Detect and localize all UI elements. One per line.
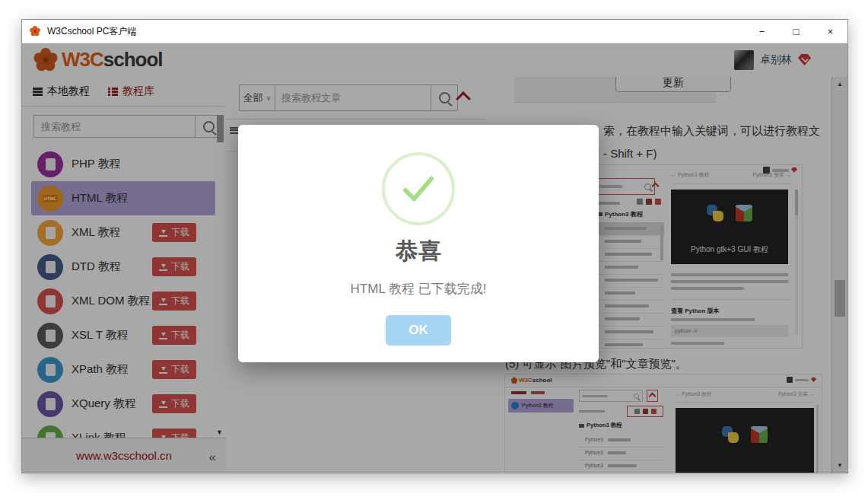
app-logo-icon — [29, 25, 41, 37]
desktop: W3Cschool PC客户端 − □ × W3Cschool 卓别林 — [0, 0, 868, 497]
window-controls: − □ × — [745, 20, 847, 43]
success-dialog: 恭喜 HTML 教程 已下载完成! OK — [238, 125, 599, 362]
maximize-button[interactable]: □ — [779, 20, 813, 43]
dialog-message: HTML 教程 已下载完成! — [238, 280, 599, 298]
titlebar: W3Cschool PC客户端 − □ × — [22, 20, 847, 43]
dialog-title: 恭喜 — [238, 236, 599, 267]
minimize-button[interactable]: − — [745, 20, 779, 43]
window-title: W3Cschool PC客户端 — [47, 25, 136, 38]
success-check-icon — [382, 152, 455, 225]
close-button[interactable]: × — [813, 20, 847, 43]
ok-button[interactable]: OK — [386, 315, 451, 346]
